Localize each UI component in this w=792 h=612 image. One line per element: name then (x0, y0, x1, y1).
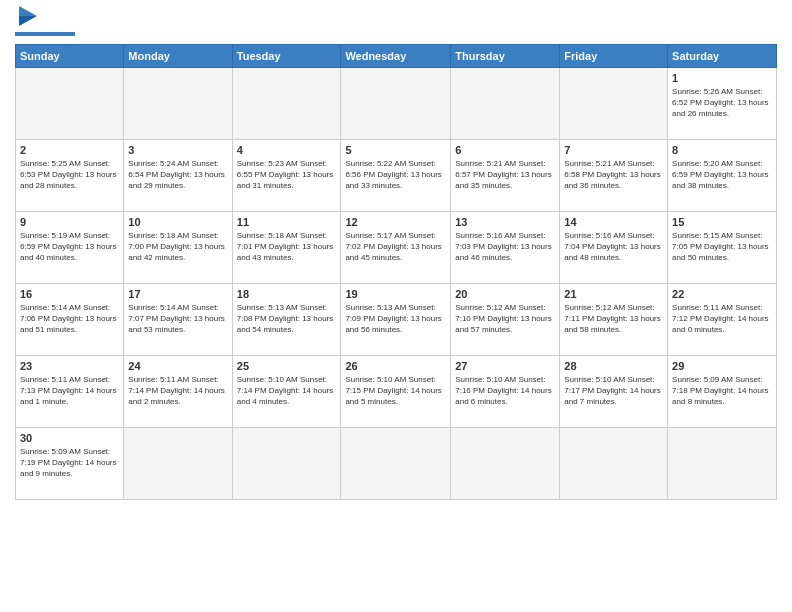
calendar-cell: 1Sunrise: 5:26 AM Sunset: 6:52 PM Daylig… (668, 68, 777, 140)
day-info: Sunrise: 5:18 AM Sunset: 7:00 PM Dayligh… (128, 231, 227, 263)
calendar: SundayMondayTuesdayWednesdayThursdayFrid… (15, 44, 777, 500)
calendar-week-0: 1Sunrise: 5:26 AM Sunset: 6:52 PM Daylig… (16, 68, 777, 140)
day-info: Sunrise: 5:19 AM Sunset: 6:59 PM Dayligh… (20, 231, 119, 263)
day-number: 7 (564, 143, 663, 157)
col-header-sunday: Sunday (16, 45, 124, 68)
day-number: 13 (455, 215, 555, 229)
calendar-cell: 29Sunrise: 5:09 AM Sunset: 7:18 PM Dayli… (668, 356, 777, 428)
day-info: Sunrise: 5:17 AM Sunset: 7:02 PM Dayligh… (345, 231, 446, 263)
day-info: Sunrise: 5:18 AM Sunset: 7:01 PM Dayligh… (237, 231, 337, 263)
calendar-cell: 6Sunrise: 5:21 AM Sunset: 6:57 PM Daylig… (451, 140, 560, 212)
calendar-cell (341, 428, 451, 500)
day-number: 4 (237, 143, 337, 157)
calendar-cell: 7Sunrise: 5:21 AM Sunset: 6:58 PM Daylig… (560, 140, 668, 212)
day-number: 25 (237, 359, 337, 373)
calendar-week-5: 30Sunrise: 5:09 AM Sunset: 7:19 PM Dayli… (16, 428, 777, 500)
calendar-cell (560, 428, 668, 500)
day-number: 26 (345, 359, 446, 373)
calendar-header-row: SundayMondayTuesdayWednesdayThursdayFrid… (16, 45, 777, 68)
day-info: Sunrise: 5:11 AM Sunset: 7:13 PM Dayligh… (20, 375, 119, 407)
col-header-tuesday: Tuesday (232, 45, 341, 68)
day-number: 23 (20, 359, 119, 373)
day-info: Sunrise: 5:24 AM Sunset: 6:54 PM Dayligh… (128, 159, 227, 191)
day-info: Sunrise: 5:16 AM Sunset: 7:03 PM Dayligh… (455, 231, 555, 263)
calendar-cell: 14Sunrise: 5:16 AM Sunset: 7:04 PM Dayli… (560, 212, 668, 284)
day-number: 27 (455, 359, 555, 373)
day-number: 10 (128, 215, 227, 229)
day-info: Sunrise: 5:10 AM Sunset: 7:16 PM Dayligh… (455, 375, 555, 407)
day-number: 3 (128, 143, 227, 157)
calendar-cell: 2Sunrise: 5:25 AM Sunset: 6:53 PM Daylig… (16, 140, 124, 212)
calendar-cell: 12Sunrise: 5:17 AM Sunset: 7:02 PM Dayli… (341, 212, 451, 284)
calendar-cell: 21Sunrise: 5:12 AM Sunset: 7:11 PM Dayli… (560, 284, 668, 356)
calendar-cell (124, 68, 232, 140)
calendar-cell: 10Sunrise: 5:18 AM Sunset: 7:00 PM Dayli… (124, 212, 232, 284)
day-number: 22 (672, 287, 772, 301)
col-header-wednesday: Wednesday (341, 45, 451, 68)
day-number: 20 (455, 287, 555, 301)
day-number: 30 (20, 431, 119, 445)
calendar-cell: 5Sunrise: 5:22 AM Sunset: 6:56 PM Daylig… (341, 140, 451, 212)
calendar-cell: 24Sunrise: 5:11 AM Sunset: 7:14 PM Dayli… (124, 356, 232, 428)
day-info: Sunrise: 5:13 AM Sunset: 7:08 PM Dayligh… (237, 303, 337, 335)
col-header-monday: Monday (124, 45, 232, 68)
day-number: 29 (672, 359, 772, 373)
day-info: Sunrise: 5:15 AM Sunset: 7:05 PM Dayligh… (672, 231, 772, 263)
calendar-cell: 3Sunrise: 5:24 AM Sunset: 6:54 PM Daylig… (124, 140, 232, 212)
day-number: 16 (20, 287, 119, 301)
calendar-cell: 26Sunrise: 5:10 AM Sunset: 7:15 PM Dayli… (341, 356, 451, 428)
calendar-cell: 13Sunrise: 5:16 AM Sunset: 7:03 PM Dayli… (451, 212, 560, 284)
day-info: Sunrise: 5:11 AM Sunset: 7:14 PM Dayligh… (128, 375, 227, 407)
calendar-cell: 30Sunrise: 5:09 AM Sunset: 7:19 PM Dayli… (16, 428, 124, 500)
day-number: 21 (564, 287, 663, 301)
day-number: 11 (237, 215, 337, 229)
day-info: Sunrise: 5:09 AM Sunset: 7:18 PM Dayligh… (672, 375, 772, 407)
calendar-cell: 9Sunrise: 5:19 AM Sunset: 6:59 PM Daylig… (16, 212, 124, 284)
day-number: 19 (345, 287, 446, 301)
calendar-week-1: 2Sunrise: 5:25 AM Sunset: 6:53 PM Daylig… (16, 140, 777, 212)
calendar-cell: 17Sunrise: 5:14 AM Sunset: 7:07 PM Dayli… (124, 284, 232, 356)
calendar-cell: 4Sunrise: 5:23 AM Sunset: 6:55 PM Daylig… (232, 140, 341, 212)
day-info: Sunrise: 5:16 AM Sunset: 7:04 PM Dayligh… (564, 231, 663, 263)
calendar-cell (451, 428, 560, 500)
calendar-cell (560, 68, 668, 140)
day-info: Sunrise: 5:21 AM Sunset: 6:58 PM Dayligh… (564, 159, 663, 191)
calendar-cell: 20Sunrise: 5:12 AM Sunset: 7:10 PM Dayli… (451, 284, 560, 356)
day-info: Sunrise: 5:13 AM Sunset: 7:09 PM Dayligh… (345, 303, 446, 335)
col-header-thursday: Thursday (451, 45, 560, 68)
calendar-cell (16, 68, 124, 140)
day-number: 18 (237, 287, 337, 301)
calendar-cell (451, 68, 560, 140)
day-info: Sunrise: 5:20 AM Sunset: 6:59 PM Dayligh… (672, 159, 772, 191)
day-number: 15 (672, 215, 772, 229)
calendar-cell: 23Sunrise: 5:11 AM Sunset: 7:13 PM Dayli… (16, 356, 124, 428)
day-info: Sunrise: 5:12 AM Sunset: 7:10 PM Dayligh… (455, 303, 555, 335)
calendar-cell: 19Sunrise: 5:13 AM Sunset: 7:09 PM Dayli… (341, 284, 451, 356)
day-info: Sunrise: 5:22 AM Sunset: 6:56 PM Dayligh… (345, 159, 446, 191)
day-number: 12 (345, 215, 446, 229)
day-info: Sunrise: 5:25 AM Sunset: 6:53 PM Dayligh… (20, 159, 119, 191)
calendar-cell: 25Sunrise: 5:10 AM Sunset: 7:14 PM Dayli… (232, 356, 341, 428)
calendar-week-3: 16Sunrise: 5:14 AM Sunset: 7:06 PM Dayli… (16, 284, 777, 356)
day-info: Sunrise: 5:23 AM Sunset: 6:55 PM Dayligh… (237, 159, 337, 191)
day-info: Sunrise: 5:26 AM Sunset: 6:52 PM Dayligh… (672, 87, 772, 119)
day-info: Sunrise: 5:10 AM Sunset: 7:14 PM Dayligh… (237, 375, 337, 407)
logo (15, 10, 75, 36)
calendar-cell (341, 68, 451, 140)
day-number: 2 (20, 143, 119, 157)
day-number: 1 (672, 71, 772, 85)
day-number: 9 (20, 215, 119, 229)
logo-underline (15, 32, 75, 36)
day-number: 14 (564, 215, 663, 229)
header (15, 10, 777, 36)
page: SundayMondayTuesdayWednesdayThursdayFrid… (0, 0, 792, 612)
day-number: 5 (345, 143, 446, 157)
day-info: Sunrise: 5:14 AM Sunset: 7:06 PM Dayligh… (20, 303, 119, 335)
calendar-cell: 16Sunrise: 5:14 AM Sunset: 7:06 PM Dayli… (16, 284, 124, 356)
calendar-cell (232, 428, 341, 500)
day-info: Sunrise: 5:11 AM Sunset: 7:12 PM Dayligh… (672, 303, 772, 335)
col-header-friday: Friday (560, 45, 668, 68)
day-info: Sunrise: 5:10 AM Sunset: 7:17 PM Dayligh… (564, 375, 663, 407)
calendar-cell: 11Sunrise: 5:18 AM Sunset: 7:01 PM Dayli… (232, 212, 341, 284)
calendar-cell (124, 428, 232, 500)
